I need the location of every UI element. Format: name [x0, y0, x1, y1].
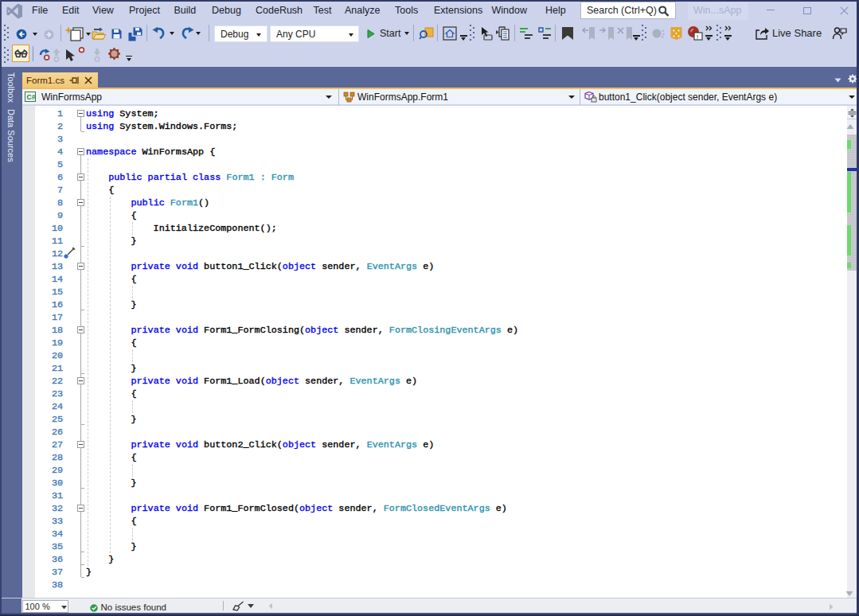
svg-text:!: !: [697, 33, 698, 41]
